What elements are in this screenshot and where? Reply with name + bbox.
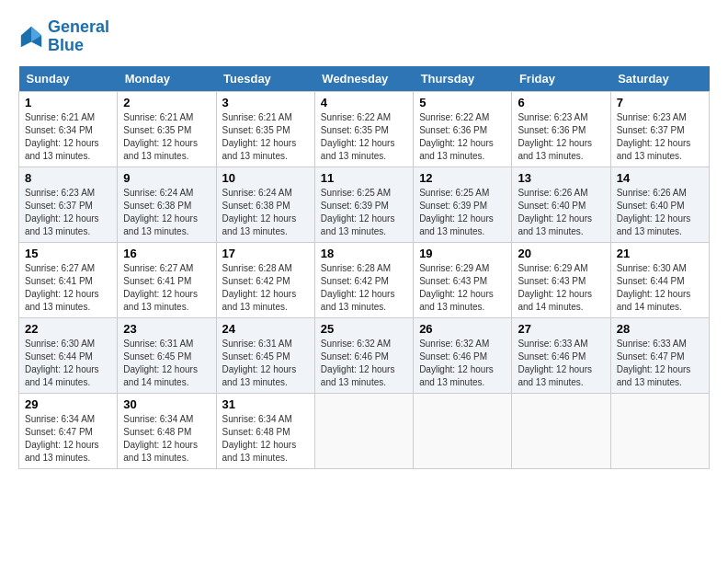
- calendar-cell: 5 Sunrise: 6:22 AM Sunset: 6:36 PM Dayli…: [414, 91, 512, 167]
- day-info: Sunrise: 6:29 AM Sunset: 6:43 PM Dayligh…: [419, 262, 506, 314]
- day-info: Sunrise: 6:33 AM Sunset: 6:46 PM Dayligh…: [518, 338, 604, 389]
- day-number: 10: [222, 171, 309, 185]
- day-info: Sunrise: 6:24 AM Sunset: 6:38 PM Dayligh…: [222, 187, 309, 238]
- calendar-cell: 18 Sunrise: 6:28 AM Sunset: 6:42 PM Dayl…: [314, 242, 413, 317]
- day-number: 27: [518, 322, 604, 336]
- day-info: Sunrise: 6:34 AM Sunset: 6:48 PM Dayligh…: [123, 413, 210, 465]
- day-info: Sunrise: 6:31 AM Sunset: 6:45 PM Dayligh…: [222, 338, 309, 389]
- day-number: 6: [518, 96, 604, 109]
- day-number: 30: [123, 397, 210, 411]
- calendar-cell: 15 Sunrise: 6:27 AM Sunset: 6:41 PM Dayl…: [19, 242, 118, 317]
- day-number: 8: [25, 171, 111, 185]
- day-number: 23: [123, 322, 210, 336]
- day-number: 1: [25, 96, 111, 109]
- calendar-week-3: 15 Sunrise: 6:27 AM Sunset: 6:41 PM Dayl…: [19, 242, 710, 317]
- day-number: 14: [617, 171, 703, 185]
- logo: General Blue: [18, 18, 109, 55]
- day-info: Sunrise: 6:25 AM Sunset: 6:39 PM Dayligh…: [321, 187, 407, 238]
- day-info: Sunrise: 6:26 AM Sunset: 6:40 PM Dayligh…: [617, 187, 703, 238]
- calendar-cell: [414, 393, 512, 468]
- day-info: Sunrise: 6:22 AM Sunset: 6:36 PM Dayligh…: [419, 111, 506, 163]
- calendar-cell: 30 Sunrise: 6:34 AM Sunset: 6:48 PM Dayl…: [118, 393, 216, 468]
- day-info: Sunrise: 6:23 AM Sunset: 6:37 PM Dayligh…: [617, 111, 703, 163]
- day-info: Sunrise: 6:29 AM Sunset: 6:43 PM Dayligh…: [518, 262, 604, 314]
- calendar-cell: 2 Sunrise: 6:21 AM Sunset: 6:35 PM Dayli…: [118, 91, 216, 167]
- calendar-cell: 3 Sunrise: 6:21 AM Sunset: 6:35 PM Dayli…: [216, 91, 314, 167]
- calendar-cell: [610, 393, 709, 468]
- col-header-tuesday: Tuesday: [216, 66, 314, 92]
- day-number: 20: [518, 247, 604, 260]
- day-info: Sunrise: 6:32 AM Sunset: 6:46 PM Dayligh…: [321, 338, 407, 389]
- day-number: 2: [123, 96, 210, 109]
- day-info: Sunrise: 6:28 AM Sunset: 6:42 PM Dayligh…: [222, 262, 309, 314]
- day-number: 15: [25, 247, 111, 260]
- logo-text: General Blue: [48, 18, 109, 55]
- day-number: 7: [617, 96, 703, 109]
- day-info: Sunrise: 6:21 AM Sunset: 6:35 PM Dayligh…: [222, 111, 309, 163]
- day-info: Sunrise: 6:27 AM Sunset: 6:41 PM Dayligh…: [123, 262, 210, 314]
- calendar-cell: 23 Sunrise: 6:31 AM Sunset: 6:45 PM Dayl…: [118, 317, 216, 393]
- calendar-week-1: 1 Sunrise: 6:21 AM Sunset: 6:34 PM Dayli…: [19, 91, 710, 167]
- calendar-cell: 1 Sunrise: 6:21 AM Sunset: 6:34 PM Dayli…: [19, 91, 118, 167]
- day-number: 13: [518, 171, 604, 185]
- calendar-cell: 10 Sunrise: 6:24 AM Sunset: 6:38 PM Dayl…: [216, 167, 314, 242]
- calendar-cell: 20 Sunrise: 6:29 AM Sunset: 6:43 PM Dayl…: [512, 242, 610, 317]
- calendar-week-2: 8 Sunrise: 6:23 AM Sunset: 6:37 PM Dayli…: [19, 167, 710, 242]
- day-number: 9: [123, 171, 210, 185]
- day-info: Sunrise: 6:30 AM Sunset: 6:44 PM Dayligh…: [617, 262, 703, 314]
- calendar-cell: 27 Sunrise: 6:33 AM Sunset: 6:46 PM Dayl…: [512, 317, 610, 393]
- calendar-cell: 28 Sunrise: 6:33 AM Sunset: 6:47 PM Dayl…: [610, 317, 709, 393]
- day-number: 5: [419, 96, 506, 109]
- day-info: Sunrise: 6:27 AM Sunset: 6:41 PM Dayligh…: [25, 262, 111, 314]
- day-number: 16: [123, 247, 210, 260]
- day-number: 11: [321, 171, 407, 185]
- calendar-cell: 14 Sunrise: 6:26 AM Sunset: 6:40 PM Dayl…: [610, 167, 709, 242]
- calendar-week-4: 22 Sunrise: 6:30 AM Sunset: 6:44 PM Dayl…: [19, 317, 710, 393]
- calendar-cell: 26 Sunrise: 6:32 AM Sunset: 6:46 PM Dayl…: [414, 317, 512, 393]
- calendar-cell: 25 Sunrise: 6:32 AM Sunset: 6:46 PM Dayl…: [314, 317, 413, 393]
- col-header-friday: Friday: [512, 66, 610, 92]
- col-header-wednesday: Wednesday: [314, 66, 413, 92]
- header-row: SundayMondayTuesdayWednesdayThursdayFrid…: [19, 66, 710, 92]
- day-number: 29: [25, 397, 111, 411]
- day-number: 12: [419, 171, 506, 185]
- calendar-table: SundayMondayTuesdayWednesdayThursdayFrid…: [18, 66, 710, 469]
- day-number: 31: [222, 397, 309, 411]
- day-info: Sunrise: 6:22 AM Sunset: 6:35 PM Dayligh…: [321, 111, 407, 163]
- day-number: 22: [25, 322, 111, 336]
- calendar-cell: 17 Sunrise: 6:28 AM Sunset: 6:42 PM Dayl…: [216, 242, 314, 317]
- calendar-cell: 7 Sunrise: 6:23 AM Sunset: 6:37 PM Dayli…: [610, 91, 709, 167]
- day-number: 4: [321, 96, 407, 109]
- calendar-cell: 31 Sunrise: 6:34 AM Sunset: 6:48 PM Dayl…: [216, 393, 314, 468]
- calendar-cell: 9 Sunrise: 6:24 AM Sunset: 6:38 PM Dayli…: [118, 167, 216, 242]
- day-info: Sunrise: 6:21 AM Sunset: 6:35 PM Dayligh…: [123, 111, 210, 163]
- day-number: 28: [617, 322, 703, 336]
- day-info: Sunrise: 6:23 AM Sunset: 6:37 PM Dayligh…: [25, 187, 111, 238]
- day-info: Sunrise: 6:31 AM Sunset: 6:45 PM Dayligh…: [123, 338, 210, 389]
- calendar-week-5: 29 Sunrise: 6:34 AM Sunset: 6:47 PM Dayl…: [19, 393, 710, 468]
- calendar-cell: 6 Sunrise: 6:23 AM Sunset: 6:36 PM Dayli…: [512, 91, 610, 167]
- col-header-thursday: Thursday: [414, 66, 512, 92]
- day-info: Sunrise: 6:33 AM Sunset: 6:47 PM Dayligh…: [617, 338, 703, 389]
- day-info: Sunrise: 6:28 AM Sunset: 6:42 PM Dayligh…: [321, 262, 407, 314]
- day-number: 21: [617, 247, 703, 260]
- page-header: General Blue: [18, 18, 710, 55]
- day-info: Sunrise: 6:34 AM Sunset: 6:48 PM Dayligh…: [222, 413, 309, 465]
- day-info: Sunrise: 6:25 AM Sunset: 6:39 PM Dayligh…: [419, 187, 506, 238]
- calendar-cell: 8 Sunrise: 6:23 AM Sunset: 6:37 PM Dayli…: [19, 167, 118, 242]
- logo-icon: [18, 24, 44, 50]
- col-header-saturday: Saturday: [610, 66, 709, 92]
- calendar-cell: [314, 393, 413, 468]
- day-number: 25: [321, 322, 407, 336]
- day-info: Sunrise: 6:26 AM Sunset: 6:40 PM Dayligh…: [518, 187, 604, 238]
- day-number: 19: [419, 247, 506, 260]
- day-info: Sunrise: 6:34 AM Sunset: 6:47 PM Dayligh…: [25, 413, 111, 465]
- day-info: Sunrise: 6:30 AM Sunset: 6:44 PM Dayligh…: [25, 338, 111, 389]
- calendar-cell: 21 Sunrise: 6:30 AM Sunset: 6:44 PM Dayl…: [610, 242, 709, 317]
- calendar-cell: 24 Sunrise: 6:31 AM Sunset: 6:45 PM Dayl…: [216, 317, 314, 393]
- calendar-cell: 22 Sunrise: 6:30 AM Sunset: 6:44 PM Dayl…: [19, 317, 118, 393]
- calendar-cell: 29 Sunrise: 6:34 AM Sunset: 6:47 PM Dayl…: [19, 393, 118, 468]
- day-number: 18: [321, 247, 407, 260]
- calendar-cell: 12 Sunrise: 6:25 AM Sunset: 6:39 PM Dayl…: [414, 167, 512, 242]
- calendar-cell: 13 Sunrise: 6:26 AM Sunset: 6:40 PM Dayl…: [512, 167, 610, 242]
